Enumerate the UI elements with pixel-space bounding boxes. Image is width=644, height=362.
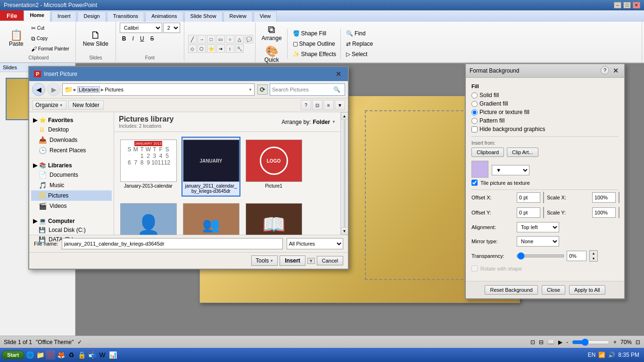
shape-s5-btn[interactable]: ↕: [226, 44, 234, 53]
sidebar-recent-places[interactable]: 🕒 Recent Places: [31, 145, 112, 156]
solid-fill-option[interactable]: Solid fill: [471, 92, 619, 99]
organize-button[interactable]: Organize ▼: [32, 100, 66, 110]
new-folder-button[interactable]: New folder: [68, 100, 104, 110]
texture-select[interactable]: ▼: [492, 165, 529, 175]
offset-x-up[interactable]: ▲: [544, 192, 544, 197]
arrange-arrow[interactable]: ▼: [332, 120, 336, 124]
list-view-button[interactable]: ≡: [323, 100, 334, 110]
cut-button[interactable]: ✂ Cut: [29, 24, 72, 33]
tab-view[interactable]: View: [254, 11, 277, 22]
search-box[interactable]: 🔍: [270, 83, 345, 96]
help-view-button[interactable]: ?: [301, 100, 311, 110]
pic-item-6[interactable]: 📖 IMG_3671-pola: [244, 200, 303, 235]
favorites-header[interactable]: ▶ ⭐ Favorites: [31, 116, 112, 124]
shape-rect2-btn[interactable]: ▭: [216, 35, 225, 43]
picture-texture-fill-option[interactable]: Picture or texture fill: [471, 109, 619, 115]
format-painter-button[interactable]: 🖌 Format Painter: [29, 44, 72, 54]
refresh-btn[interactable]: ⟳: [257, 84, 268, 95]
hide-bg-graphics-option[interactable]: Hide background graphics: [471, 126, 619, 132]
cancel-button[interactable]: Cancel: [317, 256, 343, 265]
tab-design[interactable]: Design: [77, 11, 106, 22]
pic-item-1[interactable]: JANUARY 2013 SMTWTFS 12345 6789101112 Ja…: [119, 137, 178, 197]
arrange-button[interactable]: ⧉ Arrange: [258, 23, 285, 43]
shape-effects-button[interactable]: ✨ Shape Effects: [290, 49, 339, 59]
computer-header[interactable]: ▶ 💻 Computer: [31, 217, 112, 225]
shape-outline-button[interactable]: ▢ Shape Outline: [290, 39, 339, 49]
transparency-down[interactable]: ▼: [590, 256, 597, 261]
file-name-input[interactable]: [62, 238, 283, 249]
shape-line-btn[interactable]: ╱: [188, 35, 197, 43]
scale-y-spin[interactable]: ▲ ▼: [619, 207, 619, 218]
close-button[interactable]: ✕: [633, 2, 640, 8]
taskbar-browser-icon[interactable]: 🌐: [25, 350, 34, 360]
pic-item-4[interactable]: 👤 Smile010-pola: [119, 200, 178, 235]
tab-insert[interactable]: Insert: [51, 11, 77, 22]
alignment-select[interactable]: Top left: [517, 222, 559, 232]
replace-button[interactable]: ⇄ Replace: [344, 39, 375, 49]
file-type-select[interactable]: All Pictures All Files JPEG PNG BMP GIF: [287, 238, 343, 249]
zoom-out-btn[interactable]: -: [566, 339, 568, 346]
sidebar-downloads[interactable]: 📥 Downloads: [31, 135, 112, 145]
taskbar-recycle-icon[interactable]: ♻: [66, 350, 76, 360]
insert-picture-close-button[interactable]: ✕: [334, 69, 343, 79]
insert-button[interactable]: Insert: [280, 255, 305, 266]
select-button[interactable]: ▷ Select: [344, 49, 375, 59]
scroll-down-button[interactable]: ▼: [341, 227, 348, 235]
picture-fill-radio[interactable]: [471, 109, 478, 115]
apply-all-button[interactable]: Apply to All: [569, 285, 605, 295]
sidebar-local-disk-c[interactable]: 💾 Local Disk (C:): [31, 225, 112, 235]
tab-transitions[interactable]: Transitions: [107, 11, 144, 22]
minimize-button[interactable]: –: [614, 2, 621, 8]
strikethrough-button[interactable]: S: [148, 34, 157, 43]
pattern-fill-option[interactable]: Pattern fill: [471, 117, 619, 124]
taskbar-security-icon[interactable]: 🔒: [77, 350, 86, 360]
scale-y-input[interactable]: [592, 207, 616, 218]
italic-button[interactable]: I: [130, 34, 136, 43]
sidebar-videos[interactable]: 🎬 Videos: [31, 201, 112, 211]
scale-y-up[interactable]: ▲: [619, 207, 619, 213]
taskbar-word-icon[interactable]: W: [98, 350, 107, 360]
pattern-fill-radio[interactable]: [471, 118, 478, 124]
file-tab[interactable]: File: [0, 10, 24, 21]
new-slide-button[interactable]: 🗋 New Slide: [80, 28, 112, 49]
font-size-select[interactable]: 24: [163, 23, 180, 33]
search-input[interactable]: [272, 87, 333, 92]
offset-x-input[interactable]: [517, 192, 540, 203]
shape-arrow-btn[interactable]: →: [198, 35, 206, 43]
format-bg-help-button[interactable]: ?: [601, 66, 609, 74]
tab-review[interactable]: Review: [223, 11, 253, 22]
offset-y-spin[interactable]: ▲ ▼: [543, 207, 544, 218]
copy-button[interactable]: ⧉ Copy: [29, 34, 72, 43]
back-button[interactable]: ◀: [32, 83, 45, 96]
bold-button[interactable]: B: [120, 34, 129, 43]
scale-x-up[interactable]: ▲: [619, 192, 619, 197]
scroll-up-button[interactable]: ▲: [341, 112, 348, 120]
view-dropdown-button[interactable]: ▼: [335, 100, 345, 110]
offset-y-down[interactable]: ▼: [544, 213, 544, 218]
font-family-select[interactable]: Calibri: [120, 23, 162, 33]
view-slide-btn[interactable]: ⊟: [539, 339, 544, 346]
gradient-fill-radio[interactable]: [471, 101, 478, 107]
taskbar-firefox-icon[interactable]: 🦊: [56, 350, 66, 360]
fit-to-window-btn[interactable]: ⊡: [636, 339, 640, 346]
transparency-up[interactable]: ▲: [590, 251, 597, 256]
tab-home[interactable]: Home: [24, 10, 50, 22]
scale-x-input[interactable]: [592, 192, 616, 203]
tools-button[interactable]: Tools ▼: [251, 255, 278, 266]
shape-s6-btn[interactable]: 🔧: [235, 44, 244, 53]
addr-dropdown[interactable]: ▼: [248, 88, 252, 92]
pic-item-3[interactable]: LOGO Picture1: [244, 137, 303, 197]
start-button[interactable]: Start: [2, 351, 24, 359]
shape-triangle-btn[interactable]: △: [235, 35, 244, 43]
shape-callout-btn[interactable]: 💬: [245, 35, 253, 43]
solid-fill-radio[interactable]: [471, 92, 478, 99]
view-normal-btn[interactable]: ⊡: [530, 339, 535, 346]
scale-x-down[interactable]: ▼: [619, 197, 619, 203]
taskbar-extra-icon[interactable]: 📊: [108, 350, 117, 360]
sidebar-documents[interactable]: 📄 Documents: [31, 170, 112, 180]
taskbar-mail-icon[interactable]: 📬: [87, 350, 97, 360]
tab-animations[interactable]: Animations: [145, 11, 183, 22]
paste-button[interactable]: 📋 Paste: [6, 28, 27, 49]
vertical-scrollbar[interactable]: ▲ ▼: [340, 112, 348, 235]
insert-dropdown-arrow[interactable]: ▼: [307, 258, 315, 264]
